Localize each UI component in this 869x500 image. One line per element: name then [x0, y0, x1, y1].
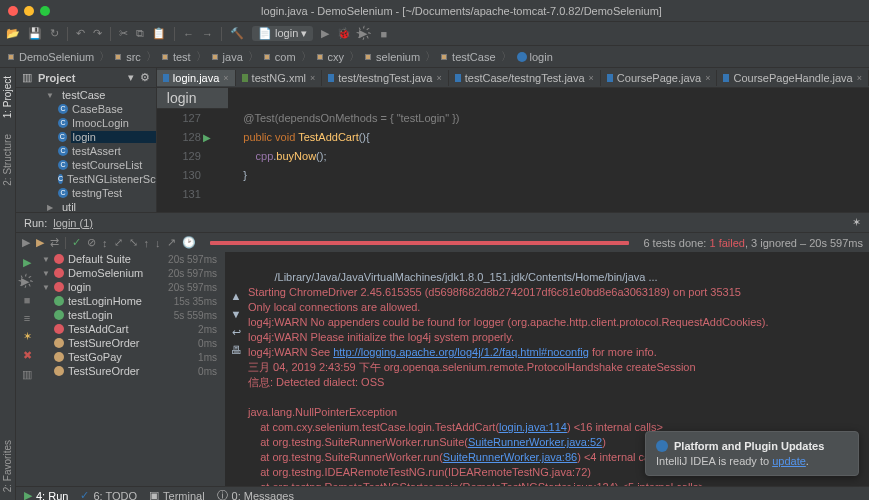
tab-favorites[interactable]: 2: Favorites [1, 432, 14, 500]
coverage-icon[interactable]: ▶҉ [359, 27, 372, 40]
scroll-bot-icon[interactable]: ▼ [231, 307, 242, 321]
close-icon[interactable]: ✖ [23, 349, 32, 362]
bc-item[interactable]: src [126, 51, 141, 63]
settings-icon[interactable]: ✶ [852, 216, 861, 229]
close-icon[interactable] [8, 6, 18, 16]
editor-tab[interactable]: login.java× [157, 70, 236, 86]
tree-item[interactable]: testAssert [72, 145, 121, 157]
back-icon[interactable]: ← [183, 28, 194, 40]
build-icon[interactable]: 🔨 [230, 27, 244, 40]
run-icon[interactable]: ▶ [321, 27, 329, 40]
expand-icon[interactable]: ⤢ [114, 236, 123, 249]
close-icon[interactable]: × [705, 73, 710, 83]
file-nav-label[interactable]: login [157, 88, 229, 109]
editor-tab[interactable]: CoursePageHandle.java× [717, 70, 869, 86]
forward-icon[interactable]: → [202, 28, 213, 40]
tree-folder[interactable]: util [62, 201, 76, 212]
stop-icon[interactable]: ■ [380, 28, 387, 40]
bc-item[interactable]: login [530, 51, 553, 63]
open-icon[interactable]: 📂 [6, 27, 20, 40]
debug-icon[interactable]: ▶҉ [21, 275, 34, 288]
layout-icon[interactable]: ▥ [22, 368, 32, 381]
run-config-tab[interactable]: login (1) [53, 217, 93, 229]
prev-icon[interactable]: ↑ [144, 237, 150, 249]
run-icon[interactable]: ▶ [23, 256, 31, 269]
test-row[interactable]: TestAddCart2ms [38, 322, 225, 336]
run-gutter-icon[interactable]: ▶ [203, 128, 211, 147]
editor-tab[interactable]: test/testngTest.java× [322, 70, 448, 86]
rerun-failed-icon[interactable]: ▶ [36, 236, 44, 249]
close-icon[interactable]: × [436, 73, 441, 83]
tree-folder[interactable]: testCase [62, 89, 105, 101]
close-icon[interactable]: × [589, 73, 594, 83]
log4j-link[interactable]: http://logging.apache.org/log4j/1.2/faq.… [333, 346, 589, 358]
copy-icon[interactable]: ⧉ [136, 27, 144, 40]
tab-project[interactable]: 1: Project [1, 68, 14, 126]
wrap-icon[interactable]: ↩ [232, 325, 241, 339]
rerun-icon[interactable]: ▶ [22, 236, 30, 249]
tree-item[interactable]: testngTest [72, 187, 122, 199]
test-row[interactable]: TestGoPay1ms [38, 350, 225, 364]
run-config-select[interactable]: 📄 login ▾ [252, 26, 313, 41]
print-icon[interactable]: 🖶 [231, 343, 242, 357]
refresh-icon[interactable]: ↻ [50, 27, 59, 40]
test-row[interactable]: testLogin5s 559ms [38, 308, 225, 322]
tab-run[interactable]: ▶4: Run [24, 489, 68, 500]
redo-icon[interactable]: ↷ [93, 27, 102, 40]
tree-item-selected[interactable]: login [71, 131, 156, 143]
test-row[interactable]: ▼DemoSelenium20s 597ms [38, 266, 225, 280]
dump-icon[interactable]: ≡ [24, 312, 30, 324]
tree-item[interactable]: ImoocLogin [72, 117, 129, 129]
paste-icon[interactable]: 📋 [152, 27, 166, 40]
test-row[interactable]: testLoginHome15s 35ms [38, 294, 225, 308]
history-icon[interactable]: 🕑 [182, 236, 196, 249]
test-row[interactable]: TestSureOrder0ms [38, 364, 225, 378]
bc-item[interactable]: selenium [376, 51, 420, 63]
undo-icon[interactable]: ↶ [76, 27, 85, 40]
test-row[interactable]: ▼login20s 597ms [38, 280, 225, 294]
save-icon[interactable]: 💾 [28, 27, 42, 40]
tab-structure[interactable]: 2: Structure [1, 126, 14, 194]
bc-item[interactable]: test [173, 51, 191, 63]
update-popup[interactable]: Platform and Plugin Updates IntelliJ IDE… [645, 431, 859, 476]
code-editor[interactable]: 127 128▶ 129 130 131 @Test(dependsOnMeth… [157, 109, 869, 212]
tab-terminal[interactable]: ▣ Terminal [149, 489, 205, 500]
code-content[interactable]: @Test(dependsOnMethods = { "testLogin" }… [209, 109, 869, 212]
tree-item[interactable]: testCourseList [72, 159, 142, 171]
hide-skip-icon[interactable]: ⊘ [87, 236, 96, 249]
bc-item[interactable]: java [223, 51, 243, 63]
close-icon[interactable]: × [857, 73, 862, 83]
tab-messages[interactable]: ⓘ 0: Messages [217, 488, 294, 500]
settings-icon[interactable]: ⚙ [140, 71, 150, 84]
collapse-icon[interactable]: ⤡ [129, 236, 138, 249]
debug-icon[interactable]: 🐞 [337, 27, 351, 40]
sort-icon[interactable]: ↕ [102, 237, 108, 249]
pin-icon[interactable]: ✶ [23, 330, 32, 343]
stack-link[interactable]: SuiteRunnerWorker.java:52 [468, 436, 602, 448]
export-icon[interactable]: ↗ [167, 236, 176, 249]
toggle-icon[interactable]: ⇄ [50, 236, 59, 249]
tab-todo[interactable]: ✓6: TODO [80, 489, 137, 500]
cut-icon[interactable]: ✂ [119, 27, 128, 40]
bc-item[interactable]: testCase [452, 51, 495, 63]
tree-item[interactable]: CaseBase [72, 103, 123, 115]
collapse-icon[interactable]: ▾ [128, 71, 134, 84]
test-row[interactable]: TestSureOrder0ms [38, 336, 225, 350]
minimize-icon[interactable] [24, 6, 34, 16]
hide-pass-icon[interactable]: ✓ [72, 236, 81, 249]
zoom-icon[interactable] [40, 6, 50, 16]
test-row[interactable]: ▼Default Suite20s 597ms [38, 252, 225, 266]
stack-link[interactable]: SuiteRunnerWorker.java:86 [443, 451, 577, 463]
project-tree[interactable]: ▼testCase CCaseBase CImoocLogin Clogin C… [16, 88, 156, 212]
stop-icon[interactable]: ■ [24, 294, 31, 306]
bc-item[interactable]: com [275, 51, 296, 63]
editor-tab[interactable]: testCase/testngTest.java× [449, 70, 601, 86]
close-icon[interactable]: × [223, 73, 228, 83]
bc-item[interactable]: cxy [328, 51, 345, 63]
update-link[interactable]: update [772, 455, 806, 467]
scroll-top-icon[interactable]: ▲ [231, 289, 242, 303]
close-icon[interactable]: × [310, 73, 315, 83]
tree-item[interactable]: TestNGListenerScreenShot [67, 173, 157, 185]
bc-item[interactable]: DemoSelenium [19, 51, 94, 63]
next-icon[interactable]: ↓ [155, 237, 161, 249]
